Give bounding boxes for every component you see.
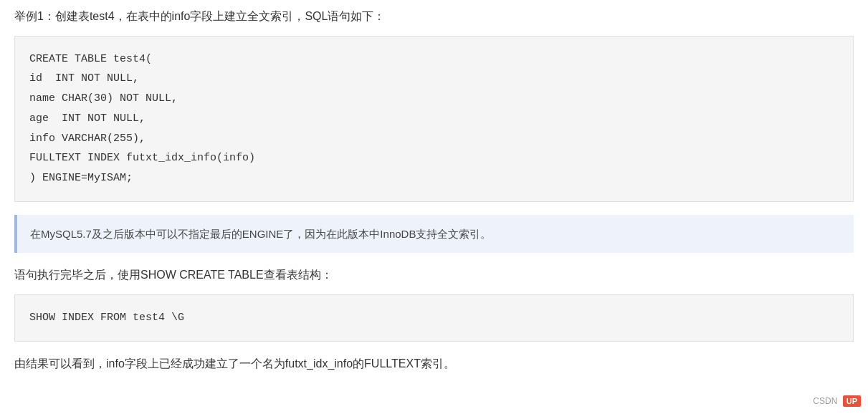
code-block-1: CREATE TABLE test4( id INT NOT NULL, nam… — [14, 36, 854, 202]
section-text: 语句执行完毕之后，使用SHOW CREATE TABLE查看表结构： — [14, 266, 854, 284]
watermark-logo: UP — [843, 395, 861, 407]
watermark-text: CSDN — [813, 396, 837, 406]
note-block: 在MySQL5.7及之后版本中可以不指定最后的ENGINE了，因为在此版本中In… — [14, 215, 854, 254]
note-text: 在MySQL5.7及之后版本中可以不指定最后的ENGINE了，因为在此版本中In… — [30, 228, 491, 240]
code-block-2: SHOW INDEX FROM test4 \G — [14, 294, 854, 342]
bottom-text: 由结果可以看到，info字段上已经成功建立了一个名为futxt_idx_info… — [14, 355, 854, 373]
intro-text: 举例1：创建表test4，在表中的info字段上建立全文索引，SQL语句如下： — [14, 7, 854, 26]
watermark: CSDN UP — [813, 395, 861, 407]
